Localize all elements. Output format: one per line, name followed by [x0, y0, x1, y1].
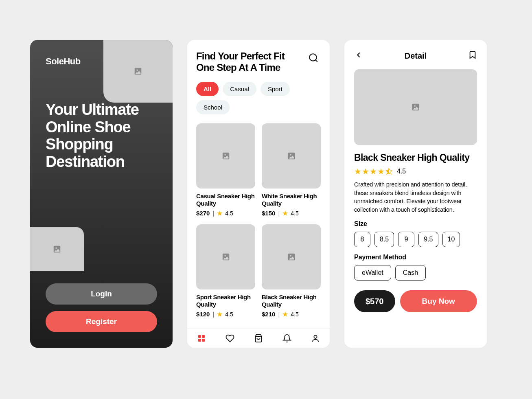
product-title: Black Sneaker High Quality: [354, 152, 477, 163]
payment-label: Payment Method: [354, 254, 477, 261]
hero-title: Your Ultimate Online Shoe Shopping Desti…: [46, 101, 157, 170]
catalog-heading: Find Your Perfect Fit One Step At A Time: [196, 50, 285, 74]
size-option-8[interactable]: 8: [354, 232, 370, 247]
catalog-screen: Find Your Perfect Fit One Step At A Time…: [187, 40, 330, 348]
size-options: 88.599.510: [354, 232, 477, 247]
product-description: Crafted with precision and attention to …: [354, 180, 477, 214]
product-image: [354, 69, 477, 145]
chip-school[interactable]: School: [196, 100, 230, 114]
product-name: Sport Sneaker High Quality: [196, 294, 255, 308]
product-card[interactable]: Casual Sneaker High Quality$270|★4.5: [196, 123, 255, 217]
image-placeholder-icon: [221, 252, 230, 261]
chevron-left-icon: [354, 50, 363, 59]
payment-options: eWalletCash: [354, 265, 477, 281]
search-button[interactable]: [306, 50, 321, 65]
search-icon: [308, 53, 319, 63]
chip-casual[interactable]: Casual: [223, 82, 256, 96]
svg-rect-2: [198, 335, 201, 338]
product-price: $150: [262, 210, 275, 217]
image-placeholder-icon: [221, 151, 230, 160]
product-rating: 4.5: [225, 210, 233, 217]
chip-sport[interactable]: Sport: [261, 82, 290, 96]
product-name: Black Sneaker High Quality: [262, 294, 321, 308]
heart-icon: [225, 334, 234, 343]
svg-rect-5: [202, 339, 205, 342]
bookmark-icon: [468, 50, 477, 59]
tab-profile[interactable]: [307, 330, 324, 346]
size-option-9-5[interactable]: 9.5: [418, 232, 438, 247]
product-price: $270: [196, 210, 210, 217]
product-thumbnail: [196, 123, 255, 189]
user-icon: [311, 334, 320, 343]
detail-header-title: Detail: [405, 51, 427, 61]
product-price-row: $150|★4.5: [262, 210, 321, 217]
product-price: $210: [262, 311, 275, 318]
size-option-8-5[interactable]: 8.5: [374, 232, 394, 247]
product-card[interactable]: White Sneaker High Quality$150|★4.5: [262, 123, 321, 217]
product-thumbnail: [262, 224, 321, 289]
product-card[interactable]: Black Sneaker High Quality$210|★4.5: [262, 224, 321, 318]
image-placeholder-icon: [287, 252, 296, 261]
tab-bar: [187, 329, 330, 348]
image-placeholder-icon: [287, 151, 296, 160]
product-card[interactable]: Sport Sneaker High Quality$120|★4.5: [196, 224, 255, 318]
onboarding-screen: SoleHub Your Ultimate Online Shoe Shoppi…: [30, 40, 173, 348]
product-grid: Casual Sneaker High Quality$270|★4.5Whit…: [196, 123, 321, 318]
bag-icon: [254, 334, 263, 343]
product-price-row: $270|★4.5: [196, 210, 255, 217]
image-placeholder-icon: [134, 67, 142, 76]
tab-home[interactable]: [193, 330, 210, 346]
product-name: Casual Sneaker High Quality: [196, 193, 255, 207]
category-chips: AllCasualSportSchool: [196, 82, 321, 114]
star-icon: ★: [217, 311, 222, 318]
tab-notifications[interactable]: [279, 330, 295, 346]
grid-icon: [197, 334, 206, 343]
svg-point-6: [314, 335, 317, 338]
image-placeholder-icon: [53, 245, 61, 254]
buy-now-button[interactable]: Buy Now: [400, 290, 477, 312]
payment-option-ewallet[interactable]: eWallet: [354, 265, 391, 281]
svg-point-0: [309, 54, 316, 61]
star-icon: ★: [282, 311, 288, 318]
back-button[interactable]: [354, 50, 363, 61]
login-button[interactable]: Login: [46, 283, 157, 305]
product-rating: ★★★★⯪ 4.5: [354, 167, 477, 176]
star-icon: ★: [282, 210, 288, 217]
total-price: $570: [354, 290, 395, 312]
star-icon: ★: [217, 210, 222, 217]
detail-screen: Detail Black Sneaker High Quality ★★★★⯪ …: [344, 40, 487, 348]
bookmark-button[interactable]: [468, 50, 477, 61]
product-price-row: $120|★4.5: [196, 311, 255, 318]
payment-option-cash[interactable]: Cash: [395, 265, 426, 281]
product-rating: 4.5: [291, 210, 298, 217]
size-option-10[interactable]: 10: [442, 232, 460, 247]
bell-icon: [282, 334, 291, 343]
star-icons: ★★★★⯪: [354, 167, 394, 176]
product-thumbnail: [196, 224, 255, 289]
svg-rect-3: [202, 335, 205, 338]
product-price: $120: [196, 311, 210, 318]
tab-cart[interactable]: [250, 330, 267, 346]
product-thumbnail: [262, 123, 321, 189]
hero-image-top: [103, 40, 173, 103]
tab-favorites[interactable]: [222, 330, 238, 346]
product-price-row: $210|★4.5: [262, 311, 321, 318]
hero-image-bottom: [30, 227, 84, 271]
size-label: Size: [354, 220, 477, 228]
svg-rect-4: [198, 339, 201, 342]
product-rating: 4.5: [225, 311, 233, 318]
size-option-9[interactable]: 9: [398, 232, 414, 247]
product-rating: 4.5: [291, 311, 298, 318]
svg-line-1: [315, 60, 317, 61]
image-placeholder-icon: [411, 103, 420, 112]
rating-value: 4.5: [397, 168, 406, 175]
product-name: White Sneaker High Quality: [262, 193, 321, 207]
register-button[interactable]: Register: [46, 311, 157, 332]
chip-all[interactable]: All: [196, 82, 219, 96]
